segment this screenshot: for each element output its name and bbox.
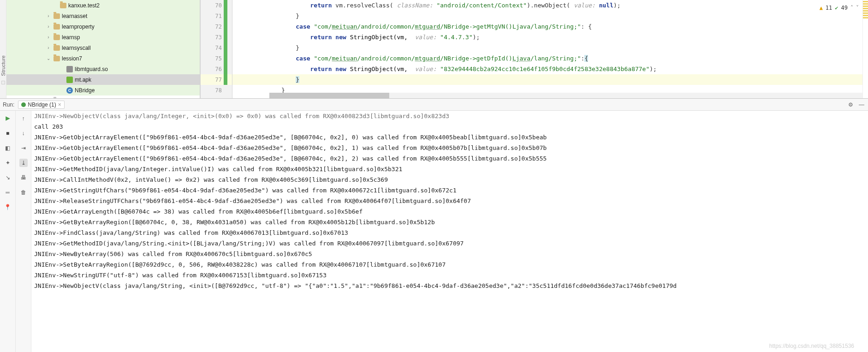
tree-item-label: libmtguard.so [75,66,108,72]
soft-wrap-button[interactable]: ⇥ [19,144,28,152]
gutter-line: 75 [201,53,232,64]
line-number: 75 [215,55,222,62]
console-line: JNIEnv->GetArrayLength([B@60704c => 38) … [34,206,865,217]
console-line: JNIEnv->CallIntMethodV(0x2, intValue() =… [34,174,865,185]
line-number: 72 [215,24,222,30]
warning-count: 11 [826,3,832,13]
console-line: JNIEnv->GetObjectArrayElement(["9b69f861… [34,143,865,153]
code-line[interactable]: return new StringObject(vm, value: "832e… [232,64,868,74]
code-line[interactable]: case "com/meituan/android/common/mtguard… [232,21,868,32]
expander-icon[interactable]: › [45,45,52,51]
gutter-line: 73 [201,32,232,42]
code-line[interactable]: return new StringObject(vm, value: "4.4.… [232,32,868,42]
code-line[interactable]: } [232,11,868,21]
tree-item[interactable]: kanxue.test2 [6,0,200,11]
stop-button[interactable]: ■ [4,129,12,137]
gutter-line: 76 [201,64,232,74]
tree-item[interactable]: libmtguard.so [6,64,200,74]
gutter-line: 77 [201,74,232,85]
expander-icon[interactable]: › [45,34,52,41]
code-line[interactable]: } [232,42,868,53]
tree-item-label: NBridge [75,87,95,94]
horizontal-scrollbar[interactable] [269,93,862,98]
scrollbar-thumb[interactable] [269,93,389,98]
console-line: JNIEnv->ReleaseStringUTFChars("9b69f861-… [34,196,865,206]
vcs-mark-icon [224,74,227,85]
left-tool-strip: Structure [0,0,6,98]
console-line: JNIEnv->NewObjectV(class java/lang/Strin… [34,280,865,291]
tree-item[interactable]: ›learnasset [6,11,200,21]
tree-item[interactable]: ›learnsyscall [6,42,200,53]
run-toolwindow-header: Run: NBridge (1) × ⚙ — [0,99,868,111]
code-line[interactable]: case "com/meituan/android/common/mtguard… [232,53,868,64]
tree-item[interactable]: mt.apk [6,74,200,85]
expander-icon [58,66,65,72]
expander-icon [58,87,65,94]
line-number: 74 [215,45,222,51]
expander-icon[interactable]: › [45,24,52,30]
console-line: JNIEnv->GetMethodID(java/lang/String.<in… [34,238,865,249]
console-line: JNIEnv->GetObjectArrayElement(["9b69f861… [34,153,865,164]
vcs-mark-icon [224,42,227,53]
console-output[interactable]: JNIEnv->NewObjectV(class java/lang/Integ… [31,111,868,352]
vcs-mark-icon [224,11,227,21]
exit-button[interactable]: ↘ [4,173,12,182]
project-tree[interactable]: kanxue.test2›learnasset›learnproperty›le… [6,0,200,98]
console-line: JNIEnv->SetByteArrayRegion([B@7692d9cc, … [34,259,865,270]
ok-icon: ✔ [835,3,838,13]
down-button[interactable]: ↓ [19,129,28,137]
gear-icon[interactable]: ⚙ [847,101,854,109]
tree-item-label: mt.apk [75,77,91,83]
close-icon[interactable]: × [58,101,61,108]
gutter-line: 74 [201,42,232,53]
tree-item[interactable]: ›learnproperty [6,21,200,32]
expander-icon[interactable]: › [45,13,52,19]
folder-icon [54,35,60,40]
editor-gutter: 70717273747576777879 [200,0,232,98]
line-number: 76 [215,66,222,72]
code-line[interactable]: return vm.resolveClass( className: "andr… [232,0,868,11]
pin-button[interactable]: 📍 [4,203,12,211]
folder-icon [54,13,60,19]
left-strip-square-icon[interactable] [1,81,5,84]
folder-icon [60,3,66,8]
chevron-down-icon[interactable]: ˅ [856,3,859,13]
tree-item-label: learnsyscall [62,45,91,51]
expander-icon[interactable]: ⌄ [45,55,52,62]
run-tab[interactable]: NBridge (1) × [18,101,64,109]
line-number: 78 [215,87,222,94]
code-line[interactable]: } [232,74,868,85]
line-number: 70 [215,2,222,9]
vcs-mark-icon [224,64,227,74]
console-line: JNIEnv->NewObjectV(class java/lang/Integ… [34,111,865,121]
separator-icon: ═ [4,188,12,197]
ok-count: 49 [841,3,848,13]
tree-item[interactable]: CNBridge [6,85,200,95]
print-button[interactable]: 🖶 [19,173,28,182]
error-stripe[interactable] [862,0,868,98]
tree-item-label: learnproperty [62,24,95,30]
tree-item-label: lession7 [62,55,82,62]
code-editor[interactable]: ▲ 11 ✔ 49 ˄ ˅ return vm.resolveClass( cl… [232,0,868,98]
dump-threads-button[interactable]: ◧ [4,144,12,152]
console-line: JNIEnv->GetStringUtfChars("9b69f861-e054… [34,185,865,196]
chevron-up-icon[interactable]: ˄ [850,3,853,13]
rerun-button[interactable] [4,114,12,123]
tree-item-label: kanxue.test2 [68,2,100,9]
hide-icon[interactable]: — [858,101,865,109]
vcs-mark-icon [224,21,227,32]
line-number: 77 [215,77,222,83]
structure-toolwindow-button[interactable]: Structure [0,55,6,76]
layout-settings-button[interactable]: ✦ [4,159,12,167]
clear-button[interactable]: 🗑 [19,188,28,197]
console-line: JNIEnv->GetObjectArrayElement(["9b69f861… [34,132,865,143]
gutter-line: 71 [201,11,232,21]
scroll-to-end-button[interactable]: ⤓ [19,159,28,167]
tree-item-label: learnasset [62,13,87,19]
tree-item[interactable]: ⌄lession7 [6,53,200,64]
folder-icon [54,56,60,61]
tree-item[interactable]: ›learnsp [6,32,200,42]
up-button[interactable]: ↑ [19,114,28,123]
folder-icon [54,24,60,30]
inspection-widget[interactable]: ▲ 11 ✔ 49 ˄ ˅ [820,3,859,13]
